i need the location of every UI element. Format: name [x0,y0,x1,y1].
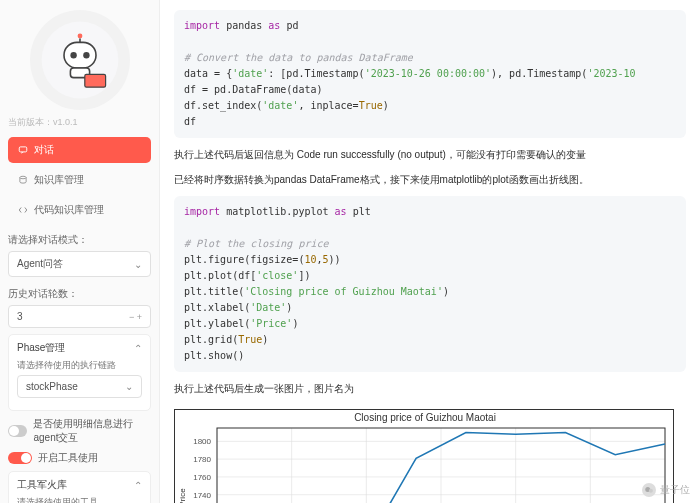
chevron-up-icon[interactable]: ⌃ [134,343,142,354]
nav-code-kb[interactable]: 代码知识库管理 [8,197,151,223]
history-stepper[interactable]: 3 − + [8,305,151,328]
wechat-icon [642,483,656,497]
chart-closing-price: 16801700172017401760178018002023-10-2720… [174,409,674,503]
code-icon [18,205,28,215]
history-label: 历史对话轮数： [8,287,151,301]
select-mode-value: Agent问答 [17,257,63,271]
robot-icon [40,20,120,100]
chevron-down-icon: ⌄ [134,259,142,270]
select-mode-label: 请选择对话模式： [8,233,151,247]
nav-knowledge[interactable]: 知识库管理 [8,167,151,193]
phase-select[interactable]: stockPhase ⌄ [17,375,142,398]
svg-text:1780: 1780 [193,455,211,464]
toggle-detail[interactable] [8,425,27,437]
svg-rect-8 [19,147,27,152]
svg-point-5 [77,34,82,39]
phase-select-label: 请选择待使用的执行链路 [17,359,142,372]
chat-icon [18,145,28,155]
svg-rect-1 [64,42,96,68]
svg-point-2 [70,52,76,58]
history-value: 3 [17,311,23,322]
toggle-tool[interactable] [8,452,32,464]
toolbox-title: 工具军火库 [17,478,67,492]
code-block-1: import pandas as pd # Convert the data t… [174,10,686,138]
svg-text:Price: Price [178,488,187,503]
svg-text:1800: 1800 [193,437,211,446]
paragraph: 执行上述代码后生成一张图片，图片名为 [174,380,686,397]
chevron-down-icon: ⌄ [125,381,133,392]
nav-codekb-label: 代码知识库管理 [34,203,104,217]
app-root: 当前版本：v1.0.1 对话 知识库管理 代码知识库管理 请选择对话模式： Ag… [0,0,700,503]
svg-text:Closing price of Guizhou Maota: Closing price of Guizhou Maotai [354,412,496,423]
app-logo [30,10,130,110]
toggle-detail-row: 是否使用明细信息进行agent交互 [8,417,151,445]
nav-chat[interactable]: 对话 [8,137,151,163]
svg-point-43 [649,489,653,493]
nav-kb-label: 知识库管理 [34,173,84,187]
phase-card-title: Phase管理 [17,341,65,355]
toggle-detail-label: 是否使用明细信息进行agent交互 [33,417,151,445]
code-block-2: import matplotlib.pyplot as plt # Plot t… [174,196,686,372]
database-icon [18,175,28,185]
toggle-tool-label: 开启工具使用 [38,451,98,465]
phase-select-value: stockPhase [26,381,78,392]
paragraph: 已经将时序数据转换为pandas DataFrame格式，接下来使用matplo… [174,171,686,188]
svg-rect-7 [84,74,105,87]
phase-card: Phase管理 ⌃ 请选择待使用的执行链路 stockPhase ⌄ [8,334,151,411]
toolbox-label: 请选择待使用的工具 [17,496,142,503]
paragraph: 执行上述代码后返回信息为 Code run successfully (no o… [174,146,686,163]
select-mode[interactable]: Agent问答 ⌄ [8,251,151,277]
svg-text:1740: 1740 [193,491,211,500]
watermark-label: 量子位 [660,483,690,497]
main-content: import pandas as pd # Convert the data t… [160,0,700,503]
sidebar: 当前版本：v1.0.1 对话 知识库管理 代码知识库管理 请选择对话模式： Ag… [0,0,160,503]
toolbox-card: 工具军火库 ⌃ 请选择待使用的工具 StockInfo× StockName× … [8,471,151,503]
chevron-up-icon[interactable]: ⌃ [134,480,142,491]
stepper-buttons[interactable]: − + [129,312,142,322]
svg-point-9 [20,176,26,179]
nav-chat-label: 对话 [34,143,54,157]
version-label: 当前版本：v1.0.1 [8,116,151,129]
svg-text:1760: 1760 [193,473,211,482]
svg-point-3 [83,52,89,58]
toggle-tool-row: 开启工具使用 [8,451,151,465]
watermark: 量子位 [642,483,690,497]
